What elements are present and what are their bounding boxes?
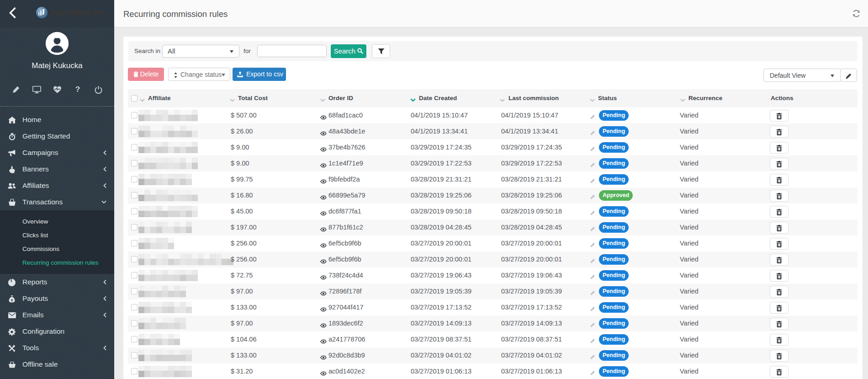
svg-text:↓: ↓ (11, 364, 12, 367)
